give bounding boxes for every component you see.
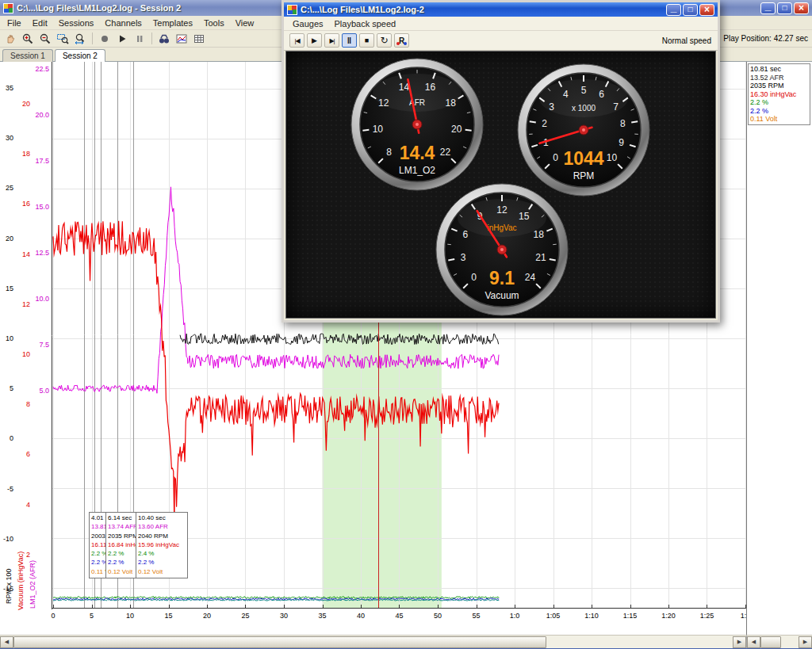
minimize-button[interactable] — [760, 2, 776, 14]
gauge-play-button[interactable] — [307, 33, 322, 48]
svg-text:4: 4 — [563, 89, 569, 100]
loop-button[interactable] — [377, 33, 392, 48]
tab-session-1[interactable]: Session 1 — [2, 49, 53, 62]
gauge-rpm: 012345678910x 10001044RPM — [516, 63, 651, 197]
zoom-out-icon — [39, 32, 52, 45]
time-tick: 1:25 — [700, 612, 714, 620]
play-position-label: Play Position: 42.27 sec — [723, 34, 812, 43]
rpm-axis-tick: 20 — [0, 235, 13, 242]
rpm-axis-tick: 10 — [0, 334, 13, 342]
rpm-axis-tick: -10 — [0, 535, 13, 543]
zoom-in-button[interactable] — [20, 31, 36, 47]
tab-session-2[interactable]: Session 2 — [55, 49, 105, 62]
find-button[interactable] — [156, 31, 172, 47]
gauge-vacuum: 03691215182124inHgVac9.1Vacuum — [435, 182, 569, 317]
menu-templates[interactable]: Templates — [147, 17, 198, 29]
tooltip-row: 10.40 sec — [138, 513, 187, 522]
tooltip-row: 0.12 Volt — [138, 567, 187, 576]
afr-axis-tick: 10.0 — [29, 295, 49, 303]
vacuum-axis-tick: 18 — [13, 150, 30, 158]
svg-text:7: 7 — [613, 101, 619, 113]
gauge-minimize-button[interactable] — [666, 4, 681, 16]
svg-text:3: 3 — [461, 252, 466, 263]
time-tick: 50 — [434, 612, 442, 620]
screen: { "main_window": { "title": "C:\\...\\Lo… — [0, 0, 812, 649]
gauge-window-title: C:\...\Log Files\LM1Log2.log-2 — [301, 5, 663, 14]
step-forward-button[interactable] — [324, 33, 339, 48]
gauge-window: C:\...\Log Files\LM1Log2.log-2 GaugesPla… — [282, 0, 720, 323]
gauge-panel: 810121416182022AFR14.4LM1_O2 01234567891… — [285, 51, 716, 319]
svg-text:5: 5 — [581, 85, 587, 96]
svg-text:22: 22 — [440, 147, 451, 158]
menu-tools[interactable]: Tools — [198, 17, 230, 29]
play-button[interactable] — [114, 31, 130, 47]
menu-edit[interactable]: Edit — [27, 17, 53, 29]
time-tick: 45 — [395, 612, 403, 620]
red-dot-icon — [396, 42, 400, 45]
scroll-thumb[interactable] — [13, 636, 546, 648]
svg-text:0: 0 — [471, 272, 477, 283]
gauge-pause-button[interactable] — [342, 33, 357, 48]
svg-text:24: 24 — [525, 272, 536, 283]
rpm-axis-tick: 15 — [0, 284, 13, 292]
time-tick: 5 — [90, 612, 94, 620]
menu-gauges[interactable]: Gauges — [287, 17, 329, 30]
svg-text:10: 10 — [373, 124, 384, 135]
time-tick: 30 — [280, 612, 288, 620]
gauge-close-button[interactable] — [699, 4, 714, 16]
menu-view[interactable]: View — [230, 17, 260, 29]
close-button[interactable] — [794, 2, 809, 14]
svg-text:inHgVac: inHgVac — [487, 223, 516, 232]
tooltip-row: 2.2 % — [138, 558, 187, 567]
time-tick: 0 — [51, 612, 55, 620]
rpm-axis-label: RPM x 100 — [5, 568, 13, 604]
hand-icon — [4, 32, 17, 45]
table-view-button[interactable] — [191, 31, 207, 47]
speed-label: Normal speed — [662, 36, 718, 45]
vacuum-axis-label: Vacuum (inHgVac) — [17, 552, 25, 610]
rpm-axis-tick: 30 — [0, 134, 13, 142]
rpm-axis-tick: 5 — [0, 384, 13, 392]
right-scroll-left-button[interactable]: ◀ — [747, 636, 760, 648]
overlay-chart-button[interactable] — [174, 31, 190, 47]
time-tick: 25 — [241, 612, 249, 620]
h-scrollbar[interactable]: ◀ ▶ — [0, 635, 746, 648]
pause-button[interactable] — [132, 31, 147, 47]
zoom-window-icon — [56, 32, 69, 45]
pan-tool-button[interactable] — [2, 31, 18, 47]
gauge-maximize-button[interactable] — [683, 4, 698, 16]
vacuum-axis-tick: 20 — [13, 100, 30, 108]
time-tick: 35 — [318, 612, 326, 620]
menu-channels[interactable]: Channels — [99, 17, 147, 29]
rpm-axis-tick: 25 — [0, 184, 13, 192]
vacuum-axis-tick: 10 — [13, 350, 30, 358]
menu-file[interactable]: File — [2, 17, 27, 29]
afr-axis-tick: 17.5 — [29, 157, 49, 165]
legend-row: 13.52 AFR — [750, 74, 808, 82]
menu-playback-speed[interactable]: Playback speed — [329, 17, 402, 30]
right-scroll-thumb[interactable] — [760, 636, 781, 648]
zoom-out-button[interactable] — [37, 31, 53, 47]
rpm-axis-tick: -5 — [0, 485, 13, 493]
record-button[interactable] — [97, 31, 113, 47]
gauge-stop-button[interactable] — [359, 33, 374, 48]
right-h-scrollbar[interactable]: ◀ ▶ — [746, 635, 812, 648]
time-tick: 1:15 — [623, 612, 638, 620]
menu-sessions[interactable]: Sessions — [53, 17, 100, 29]
legend-row: 2.2 % — [750, 98, 808, 107]
svg-text:12: 12 — [378, 97, 389, 109]
right-scroll-right-button[interactable]: ▶ — [799, 636, 812, 648]
table-icon — [193, 32, 205, 45]
scroll-right-button[interactable]: ▶ — [733, 636, 746, 648]
gauge-record-button[interactable] — [394, 33, 409, 48]
time-axis: 05101520253035404550551:01:051:101:151:2… — [0, 609, 746, 622]
tooltip-row: 2040 RPM — [138, 532, 187, 540]
zoom-window-button[interactable] — [55, 31, 71, 47]
svg-text:16: 16 — [425, 82, 436, 93]
legend-row: 16.30 inHgVac — [750, 90, 808, 99]
gauge-app-icon — [287, 5, 297, 15]
zoom-full-button[interactable] — [72, 31, 88, 47]
maximize-button[interactable] — [777, 2, 792, 14]
step-back-button[interactable] — [289, 33, 304, 48]
scroll-left-button[interactable]: ◀ — [0, 636, 13, 648]
